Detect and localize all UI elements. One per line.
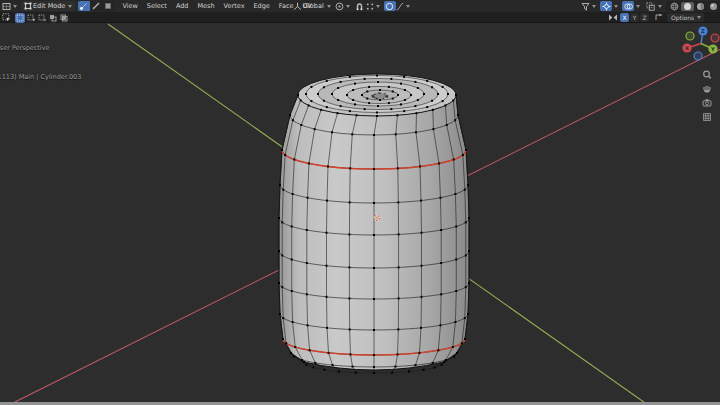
menu-add[interactable]: Add	[174, 2, 191, 10]
view-object-types-dropdown[interactable]	[581, 2, 596, 11]
menu-vertex[interactable]: Vertex	[222, 2, 247, 10]
mirror-x-button[interactable]: X	[620, 13, 629, 22]
select-mode-edge-button[interactable]	[90, 1, 102, 11]
show-gizmo-toggle[interactable]	[600, 1, 612, 11]
mode-label: Edit Mode	[33, 2, 65, 10]
blender-window: ZXY Edit Mode	[0, 0, 720, 405]
wireframe-sphere-icon	[670, 2, 679, 11]
shading-rendered-button[interactable]	[707, 2, 720, 11]
edit-mode-icon	[24, 2, 32, 10]
pivot-point-icon	[335, 2, 344, 11]
editor-type-button[interactable]	[1, 1, 18, 11]
viewport-info-text: User Perspective (1113) Main | Cylinder.…	[0, 25, 81, 101]
transform-orientation-dropdown[interactable]: Global	[293, 2, 331, 11]
mirror-icon	[608, 13, 618, 22]
falloff-curve-icon	[396, 2, 404, 11]
proportional-falloff-dropdown[interactable]	[396, 1, 410, 11]
xray-icon	[646, 2, 655, 11]
nav-zoom-button[interactable]	[704, 71, 711, 78]
select-invert-icon	[49, 14, 57, 22]
selectmode-set-button[interactable]	[15, 13, 25, 23]
options-dropdown[interactable]: Options	[667, 13, 704, 22]
chevron-down-icon	[68, 5, 72, 8]
proportional-circle-icon	[385, 2, 394, 11]
viewport-3d[interactable]: ZXY	[0, 0, 720, 405]
menu-edge[interactable]: Edge	[252, 2, 272, 10]
editor-3dviewport-icon	[2, 2, 11, 11]
magnet-icon	[355, 2, 364, 11]
select-intersect-icon	[60, 14, 68, 22]
snap-toggle-button[interactable]	[354, 1, 366, 11]
gizmo-axis-label: Y	[710, 46, 715, 52]
menu-select[interactable]: Select	[145, 2, 169, 10]
menu-mesh[interactable]: Mesh	[195, 2, 216, 10]
view-name-text: User Perspective	[0, 44, 81, 54]
selectmode-intersect-button[interactable]	[59, 13, 69, 23]
navigation-gizmo[interactable]: ZXY	[682, 26, 719, 60]
nav-camera-button[interactable]	[703, 99, 711, 106]
shading-solid-button[interactable]	[681, 2, 694, 11]
rendered-sphere-icon	[709, 2, 718, 11]
chevron-down-icon	[614, 5, 618, 8]
viewport-header: Edit Mode	[0, 0, 720, 12]
proportional-editing-toggle[interactable]	[384, 1, 396, 11]
selectmode-extend-button[interactable]	[26, 13, 36, 23]
select-set-icon	[16, 14, 24, 22]
select-mode-face-button[interactable]	[102, 1, 114, 11]
snap-increment-icon	[366, 2, 374, 11]
shading-material-button[interactable]	[694, 2, 707, 11]
material-sphere-icon	[696, 2, 705, 11]
select-mode-vertex-button[interactable]	[78, 1, 90, 11]
chevron-down-icon	[406, 5, 410, 8]
active-object-text: (1113) Main | Cylinder.003	[0, 73, 81, 83]
orientation-axes-icon	[293, 2, 302, 11]
solid-sphere-icon	[683, 2, 692, 11]
select-box-tool-icon	[2, 13, 11, 22]
shading-wireframe-button[interactable]	[668, 2, 681, 11]
chevron-down-icon	[636, 5, 640, 8]
chevron-down-icon	[327, 5, 331, 8]
mirror-z-button[interactable]: Z	[640, 13, 649, 22]
overlays-icon	[624, 2, 633, 11]
orientation-label: Global	[303, 2, 324, 10]
gizmo-axis-negative[interactable]	[686, 32, 694, 40]
tool-settings-bar: X Y Z Options	[0, 12, 720, 23]
chevron-down-icon	[346, 5, 350, 8]
gizmo-axis-label: Z	[701, 28, 705, 34]
gizmo-axis-negative[interactable]	[711, 34, 719, 42]
mode-dropdown[interactable]: Edit Mode	[21, 1, 75, 11]
chevron-down-icon	[658, 5, 662, 8]
filter-icon	[581, 2, 590, 11]
pivot-point-dropdown[interactable]	[335, 2, 350, 11]
gizmo-icon	[602, 2, 611, 11]
chevron-down-icon	[13, 5, 17, 8]
show-overlays-toggle[interactable]	[622, 1, 634, 11]
gizmo-axis-label: X	[685, 45, 689, 51]
select-extend-icon	[27, 14, 35, 22]
nav-ortho-button[interactable]	[704, 114, 711, 121]
viewport-shading-group	[666, 1, 720, 11]
menu-view[interactable]: View	[120, 2, 139, 10]
selectmode-subtract-button[interactable]	[37, 13, 47, 23]
face-select-icon	[104, 2, 112, 10]
vertex-select-icon	[80, 2, 88, 10]
transform-snap-icon[interactable]	[654, 13, 664, 22]
selectmode-invert-button[interactable]	[48, 13, 58, 23]
gizmo-axis-negative[interactable]	[694, 52, 702, 60]
nav-move-button[interactable]	[704, 86, 710, 93]
chevron-down-icon	[376, 5, 380, 8]
active-tool-select-box-button[interactable]	[1, 13, 12, 23]
snap-target-dropdown[interactable]	[366, 1, 380, 11]
can-mesh[interactable]	[278, 74, 470, 374]
chevron-down-icon	[697, 16, 701, 19]
select-subtract-icon	[38, 14, 46, 22]
mirror-y-button[interactable]: Y	[630, 13, 639, 22]
chevron-down-icon	[592, 5, 596, 8]
toggle-xray-button[interactable]	[644, 1, 656, 11]
options-label: Options	[671, 14, 694, 21]
edge-select-icon	[92, 2, 100, 10]
